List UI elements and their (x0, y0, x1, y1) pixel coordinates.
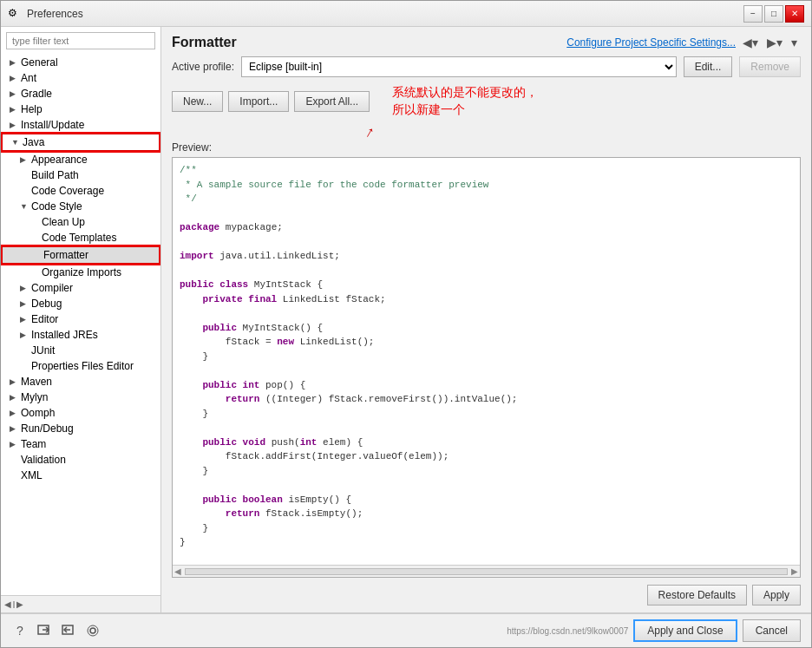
forward-button[interactable]: ▶▾ (763, 34, 786, 51)
sidebar-item-oomph[interactable]: ▶ Oomph (1, 405, 160, 421)
sidebar-item-code-coverage[interactable]: Code Coverage (1, 183, 160, 199)
arrow-jres: ▶ (20, 331, 29, 339)
annotation-text: 系统默认的是不能更改的， 所以新建一个 (392, 84, 538, 118)
scroll-right-icon[interactable]: ▶ (16, 599, 23, 609)
import-button[interactable]: Import... (228, 91, 289, 112)
sidebar-item-formatter[interactable]: Formatter (1, 245, 160, 265)
main-header: Formatter Configure Project Specific Set… (161, 27, 811, 56)
sidebar-item-code-templates[interactable]: Code Templates (1, 230, 160, 245)
new-button[interactable]: New... (172, 91, 223, 112)
filter-input[interactable] (6, 32, 155, 49)
arrow-cs: ▼ (20, 202, 29, 211)
sidebar-item-appearance[interactable]: ▶ Appearance (1, 152, 160, 167)
title-bar-left: ⚙ Preferences (8, 7, 83, 21)
hscroll-right[interactable]: ▶ (791, 566, 798, 576)
arrow-install: ▶ (10, 121, 18, 129)
sidebar-item-maven[interactable]: ▶ Maven (1, 374, 160, 389)
sidebar-item-organize-imports[interactable]: Organize Imports (1, 265, 160, 280)
export-workspace-icon[interactable] (60, 622, 77, 639)
sidebar-item-installed-jres[interactable]: ▶ Installed JREs (1, 327, 160, 343)
preview-area: /** * A sample source file for the code … (172, 157, 801, 578)
cancel-button[interactable]: Cancel (743, 619, 801, 642)
arrow-mylyn: ▶ (10, 393, 18, 402)
sidebar-item-build-path[interactable]: Build Path (1, 167, 160, 183)
arrow-editor: ▶ (20, 315, 29, 324)
remove-button[interactable]: Remove (739, 56, 801, 77)
arrow-gradle: ▶ (10, 89, 18, 98)
window-title: Preferences (27, 8, 83, 20)
arrow-annotation: ↑ (161, 123, 811, 141)
apply-button[interactable]: Apply (752, 585, 801, 605)
apply-and-close-button[interactable]: Apply and Close (633, 619, 737, 642)
nav-arrows: ◀▾ ▶▾ ▾ (739, 34, 801, 51)
code-scroll[interactable]: /** * A sample source file for the code … (173, 158, 800, 565)
panel-title: Formatter (172, 35, 237, 50)
sidebar-item-debug[interactable]: ▶ Debug (1, 296, 160, 311)
sidebar: ▶ General ▶ Ant ▶ Gradle ▶ Help (1, 27, 161, 612)
import-workspace-icon[interactable] (36, 622, 53, 639)
close-button[interactable]: ✕ (785, 5, 804, 23)
sidebar-item-junit[interactable]: JUnit (1, 343, 160, 358)
configure-project-link[interactable]: Configure Project Specific Settings... (566, 36, 736, 49)
sidebar-item-xml[interactable]: XML (1, 468, 160, 483)
arrow-java: ▼ (11, 138, 20, 147)
nav-area: Configure Project Specific Settings... ◀… (566, 34, 801, 51)
edit-button[interactable]: Edit... (684, 56, 733, 77)
arrow-maven: ▶ (10, 377, 18, 386)
arrow-debug: ▶ (20, 299, 29, 308)
title-bar-buttons: − □ ✕ (743, 5, 804, 23)
sidebar-item-team[interactable]: ▶ Team (1, 436, 160, 452)
restore-defaults-button[interactable]: Restore Defaults (647, 585, 747, 605)
sidebar-item-install-update[interactable]: ▶ Install/Update (1, 117, 160, 133)
tree-area: ▶ General ▶ Ant ▶ Gradle ▶ Help (1, 55, 160, 595)
arrow-oomph: ▶ (10, 409, 18, 417)
arrow-comp: ▶ (20, 284, 29, 292)
export-all-button[interactable]: Export All... (294, 91, 370, 112)
arrow-appearance: ▶ (20, 155, 29, 164)
footer-icons: ? (11, 622, 102, 639)
bottom-actions: Restore Defaults Apply (161, 578, 811, 612)
main-panel: Formatter Configure Project Specific Set… (161, 27, 811, 612)
sidebar-item-java[interactable]: ▼ Java (1, 133, 160, 152)
sidebar-item-properties-files-editor[interactable]: Properties Files Editor (1, 358, 160, 374)
sidebar-item-gradle[interactable]: ▶ Gradle (1, 86, 160, 101)
sidebar-item-editor[interactable]: ▶ Editor (1, 311, 160, 327)
sidebar-item-validation[interactable]: Validation (1, 452, 160, 468)
annotation-line2: 所以新建一个 (392, 101, 538, 119)
svg-point-5 (88, 625, 98, 636)
dialog-buttons: https://blog.csdn.net/9lkow0007 Apply an… (507, 619, 801, 642)
bottom-bar: ? (1, 612, 811, 647)
action-row: New... Import... Export All... 系统默认的是不能更… (161, 84, 811, 123)
help-icon[interactable]: ? (11, 622, 29, 639)
sidebar-item-ant[interactable]: ▶ Ant (1, 70, 160, 86)
footer-url: https://blog.csdn.net/9lkow0007 (507, 626, 628, 636)
sidebar-item-help[interactable]: ▶ Help (1, 101, 160, 117)
scroll-left-icon[interactable]: ◀ (4, 599, 11, 609)
settings-icon[interactable] (84, 622, 102, 639)
arrow-ant: ▶ (10, 74, 18, 82)
arrow-rund: ▶ (10, 424, 18, 433)
menu-button[interactable]: ▾ (788, 34, 801, 51)
arrow-team: ▶ (10, 440, 18, 448)
sidebar-item-mylyn[interactable]: ▶ Mylyn (1, 389, 160, 405)
minimize-button[interactable]: − (743, 5, 763, 23)
code-hscroll[interactable]: ◀ ▶ (173, 565, 800, 577)
sidebar-item-general[interactable]: ▶ General (1, 55, 160, 70)
maximize-button[interactable]: □ (764, 5, 783, 23)
back-button[interactable]: ◀▾ (739, 34, 762, 51)
active-profile-label: Active profile: (172, 61, 234, 73)
title-bar: ⚙ Preferences − □ ✕ (1, 1, 811, 27)
profile-select[interactable]: Eclipse [built-in] (241, 56, 677, 77)
hscroll-left[interactable]: ◀ (174, 566, 181, 576)
arrow-general: ▶ (10, 58, 18, 67)
arrow-help: ▶ (10, 105, 18, 114)
sidebar-item-compiler[interactable]: ▶ Compiler (1, 280, 160, 296)
sidebar-item-run-debug[interactable]: ▶ Run/Debug (1, 421, 160, 436)
sidebar-item-code-style[interactable]: ▼ Code Style (1, 199, 160, 214)
eclipse-icon: ⚙ (8, 7, 22, 21)
sidebar-item-clean-up[interactable]: Clean Up (1, 214, 160, 230)
bottom-footer: ? (1, 613, 811, 647)
content-area: ▶ General ▶ Ant ▶ Gradle ▶ Help (1, 27, 811, 612)
preview-label: Preview: (161, 141, 811, 157)
annotation-line1: 系统默认的是不能更改的， (392, 84, 538, 101)
